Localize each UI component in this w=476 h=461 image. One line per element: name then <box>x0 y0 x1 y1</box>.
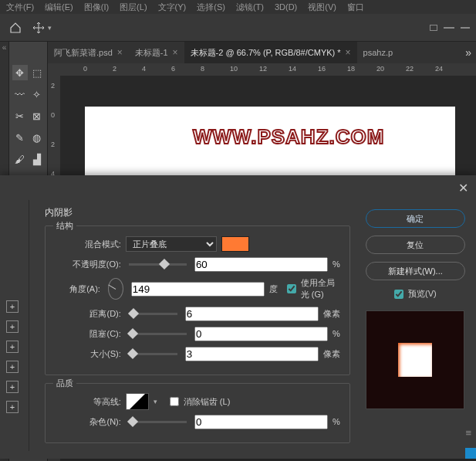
noise-label: 杂色(N): <box>55 416 121 428</box>
contour-label: 等高线: <box>55 396 121 408</box>
global-light-checkbox[interactable] <box>287 284 296 293</box>
unit-px: 像素 <box>323 308 340 320</box>
preview-checkbox[interactable] <box>394 290 403 299</box>
contour-picker[interactable] <box>126 393 149 410</box>
window-min-icon[interactable] <box>444 27 454 29</box>
preview-label: 预览(V) <box>408 288 437 300</box>
add-effect-button[interactable]: + <box>6 341 19 353</box>
tab-label: psahz.p <box>363 48 393 57</box>
dialog-close-button[interactable]: ✕ <box>458 181 468 195</box>
size-input[interactable] <box>185 347 319 361</box>
ok-button[interactable]: 确定 <box>366 209 465 228</box>
menu-file[interactable]: 文件(F) <box>6 2 34 13</box>
distance-label: 距离(D): <box>55 308 121 320</box>
panel-menu-icon[interactable]: ≡ <box>465 427 471 439</box>
reset-button[interactable]: 复位 <box>366 236 465 254</box>
home-button[interactable] <box>6 19 25 37</box>
document-tabs: 阿飞新菜谱.psd× 未标题-1× 未标题-2 @ 66.7% (P, RGB/… <box>48 42 476 63</box>
magic-wand-tool[interactable]: ✧ <box>29 86 45 102</box>
menu-image[interactable]: 图像(I) <box>84 2 109 13</box>
stamp-tool[interactable]: ▟ <box>29 151 45 167</box>
angle-input[interactable] <box>131 282 265 297</box>
crop-tool[interactable]: ✂ <box>12 108 28 124</box>
marquee-tool[interactable]: ⬚ <box>29 65 45 80</box>
menu-filter[interactable]: 滤镜(T) <box>236 2 264 13</box>
choke-input[interactable] <box>194 327 328 341</box>
layer-style-dialog: ✕ + + + + + + 内阴影 结构 混合模式: 正片叠底 <box>0 175 476 459</box>
eyedropper-tool[interactable]: ✎ <box>12 130 28 145</box>
distance-slider[interactable] <box>129 313 177 315</box>
effect-list-add-column: + + + + + + <box>0 200 29 451</box>
add-effect-button[interactable]: + <box>6 361 19 373</box>
lasso-tool[interactable]: 〰 <box>12 86 28 102</box>
window-controls <box>430 25 470 31</box>
unit-degree: 度 <box>269 283 278 295</box>
watermark-text: WWW.PSAHZ.COM <box>193 125 384 149</box>
quality-group: 品质 等高线: ▾ 消除锯齿 (L) 杂色(N): % <box>45 383 350 443</box>
add-effect-button[interactable]: + <box>6 401 19 413</box>
shadow-color-swatch[interactable] <box>221 236 249 252</box>
window-restore-icon[interactable] <box>430 25 437 31</box>
noise-slider[interactable] <box>129 421 187 423</box>
tab-2[interactable]: 未标题-2 @ 66.7% (P, RGB/8#/CMYK) *× <box>184 42 357 63</box>
tab-label: 阿飞新菜谱.psd <box>54 47 113 59</box>
add-effect-button[interactable]: + <box>6 381 19 393</box>
menu-view[interactable]: 视图(V) <box>308 2 336 13</box>
preview-swatch <box>398 343 432 377</box>
angle-label: 角度(A): <box>55 283 100 295</box>
tab-0[interactable]: 阿飞新菜谱.psd× <box>48 42 129 63</box>
tabs-overflow[interactable]: » <box>461 46 476 59</box>
choke-slider[interactable] <box>129 333 187 335</box>
add-effect-button[interactable]: + <box>6 300 19 313</box>
menu-3d[interactable]: 3D(D) <box>275 2 297 12</box>
angle-dial[interactable] <box>108 278 123 300</box>
move-tool[interactable]: ✥ <box>12 65 28 80</box>
opacity-label: 不透明度(O): <box>55 259 121 270</box>
opacity-slider[interactable] <box>129 263 187 266</box>
unit-percent: % <box>333 329 340 338</box>
ruler-origin[interactable] <box>48 63 60 76</box>
brush-tool[interactable]: 🖌 <box>12 151 28 167</box>
unit-px: 像素 <box>323 348 340 360</box>
choke-label: 阻塞(C): <box>55 328 121 340</box>
global-light-label: 使用全局光 (G) <box>301 277 340 300</box>
new-style-button[interactable]: 新建样式(W)... <box>366 262 465 280</box>
effect-title: 内阴影 <box>45 206 350 219</box>
healing-tool[interactable]: ◍ <box>29 130 45 145</box>
tab-label: 未标题-2 @ 66.7% (P, RGB/8#/CMYK) * <box>191 47 341 59</box>
size-label: 大小(S): <box>55 348 121 360</box>
menu-bar: 文件(F) 编辑(E) 图像(I) 图层(L) 文字(Y) 选择(S) 滤镜(T… <box>0 0 476 14</box>
add-effect-button[interactable]: + <box>6 320 19 333</box>
antialias-label: 消除锯齿 (L) <box>184 396 231 408</box>
menu-type[interactable]: 文字(Y) <box>158 2 187 13</box>
size-slider[interactable] <box>129 353 177 355</box>
distance-input[interactable] <box>185 307 319 321</box>
noise-input[interactable] <box>194 415 328 429</box>
ruler-horizontal[interactable]: 0 2 4 6 8 10 12 14 16 18 20 22 24 <box>60 63 476 76</box>
antialias-checkbox[interactable] <box>170 397 179 406</box>
tab-3[interactable]: psahz.p <box>357 42 400 63</box>
group-label: 结构 <box>53 220 76 232</box>
chevron-down-icon: ▾ <box>48 24 52 32</box>
unit-percent: % <box>333 259 340 269</box>
tab-1[interactable]: 未标题-1× <box>129 42 184 63</box>
blend-mode-select[interactable]: 正片叠底 <box>126 236 217 252</box>
frame-tool[interactable]: ⊠ <box>29 108 45 124</box>
menu-select[interactable]: 选择(S) <box>197 2 225 13</box>
chevron-down-icon[interactable]: ▾ <box>154 398 157 405</box>
close-icon[interactable]: × <box>346 47 351 58</box>
close-icon[interactable]: × <box>173 47 178 58</box>
close-icon[interactable]: × <box>117 47 123 58</box>
move-tool-options[interactable]: ▾ <box>32 22 52 34</box>
effect-preview <box>366 310 464 409</box>
menu-window[interactable]: 窗口 <box>347 2 364 13</box>
window-max-icon[interactable] <box>461 27 470 29</box>
unit-percent: % <box>333 417 340 426</box>
tab-label: 未标题-1 <box>135 47 168 59</box>
menu-layer[interactable]: 图层(L) <box>120 2 147 13</box>
group-label: 品质 <box>53 378 76 389</box>
opacity-input[interactable] <box>194 257 328 272</box>
resize-grip[interactable] <box>465 448 476 459</box>
menu-edit[interactable]: 编辑(E) <box>45 2 73 13</box>
blend-mode-label: 混合模式: <box>55 239 121 250</box>
